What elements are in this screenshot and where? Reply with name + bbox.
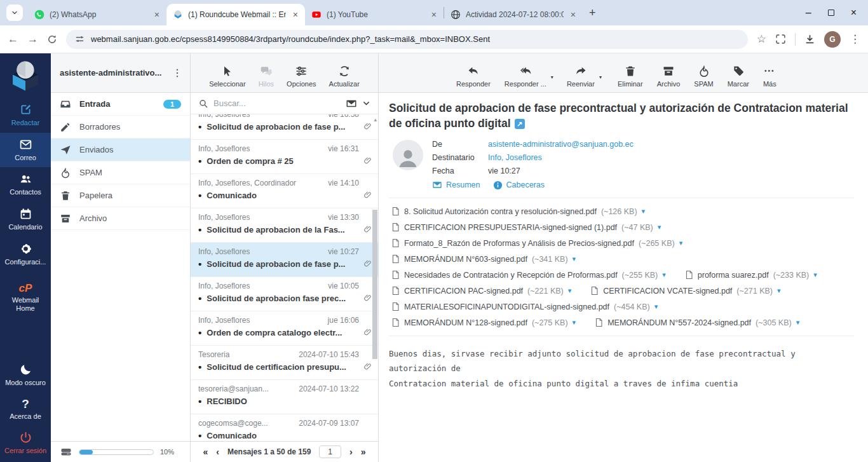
attachment-menu-caret-icon[interactable]: ▾ <box>796 318 800 327</box>
site-info-icon[interactable] <box>75 34 85 44</box>
download-icon[interactable] <box>804 34 815 44</box>
sidebar-item-correo[interactable]: Correo <box>0 133 51 168</box>
sidebar-item-webmail-home[interactable]: cP Webmail Home <box>0 278 51 318</box>
message-list-item[interactable]: Tesoreria2024-07-10 15:43 •Solicitud de … <box>191 346 378 380</box>
attachment-menu-caret-icon[interactable]: ▾ <box>642 207 646 215</box>
page-prev-button[interactable]: ‹ <box>216 447 219 457</box>
attachment-item[interactable]: MATERIALESOFICINAPUNTODIGITAL-signed-sig… <box>391 302 658 311</box>
message-list-item[interactable]: Info, Josefloresvie 16:31 •Orden de comp… <box>191 140 378 174</box>
summary-button[interactable]: Resumen <box>432 180 480 190</box>
folder-menu-icon[interactable]: ⋮ <box>170 67 185 79</box>
select-button[interactable]: Seleccionar <box>209 65 245 88</box>
headers-button[interactable]: Cabeceras <box>493 180 545 190</box>
folder-borradores[interactable]: Borradores <box>51 116 190 139</box>
message-list-item[interactable]: Info, Josefloresvie 16:58 •Solicitud de … <box>191 114 378 140</box>
tab-close-icon[interactable]: × <box>569 10 578 20</box>
folder-papelera[interactable]: Papelera <box>51 184 190 207</box>
attachment-menu-caret-icon[interactable]: ▾ <box>777 287 781 295</box>
attachment-item[interactable]: CERTIFICACION PRESUPUESTARIA-signed-sign… <box>391 222 661 232</box>
message-list-item[interactable]: tesoreria@sanjuan...2024-07-10 13:22 •RE… <box>191 380 378 414</box>
attachment-item[interactable]: proforma suarez.pdf (~233 KB) ▾ <box>685 270 817 280</box>
folder-spam[interactable]: SPAM <box>51 161 190 184</box>
delete-button[interactable]: Eliminar <box>618 65 643 88</box>
attachment-menu-caret-icon[interactable]: ▾ <box>813 271 817 279</box>
attachment-menu-caret-icon[interactable]: ▾ <box>662 271 666 279</box>
external-link-icon[interactable]: ↗ <box>515 119 525 129</box>
search-input[interactable] <box>214 99 341 108</box>
attachment-menu-caret-icon[interactable]: ▾ <box>658 223 661 231</box>
message-list-item[interactable]: Info, Joseflores, Coordinadorvie 14:10 •… <box>191 174 378 208</box>
folder-archivo[interactable]: Archivo <box>51 207 190 230</box>
reply-button[interactable]: Responder <box>456 65 491 88</box>
mark-button[interactable]: Marcar <box>728 65 749 88</box>
sidebar-item-configuracion[interactable]: Configuraci... <box>0 237 51 272</box>
attachment-item[interactable]: Formato_8_Razón de Proformas y Análisis … <box>391 238 682 248</box>
minimize-button[interactable]: – <box>806 7 811 18</box>
page-next-button[interactable]: › <box>349 447 353 457</box>
archive-button[interactable]: Archivo <box>657 65 681 88</box>
search-scope-mail-icon[interactable] <box>346 98 357 109</box>
page-last-button[interactable]: » <box>361 447 366 457</box>
profile-avatar[interactable]: G <box>824 31 841 48</box>
reload-button[interactable] <box>47 34 57 44</box>
tab-search-button[interactable] <box>6 4 23 21</box>
bookmark-star-icon[interactable]: ☆ <box>757 34 766 44</box>
sender-address-link[interactable]: asistente-administrativo@sanjuan.gob.ec <box>488 140 634 149</box>
page-number-input[interactable]: 1 <box>319 445 341 458</box>
scrollbar-up-icon[interactable]: ▴ <box>374 116 377 123</box>
reply-all-caret-icon[interactable]: ▾ <box>551 74 553 80</box>
browser-menu-icon[interactable]: ⋮ <box>850 34 860 44</box>
recipient-links[interactable]: Info, Joseflores <box>488 153 542 162</box>
attachment-item[interactable]: MEMORÁNDUM N°557-2024-signed.pdf (~305 K… <box>595 318 799 327</box>
attachment-menu-caret-icon[interactable]: ▾ <box>573 255 576 263</box>
options-button[interactable]: Opciones <box>287 65 316 88</box>
forward-caret-icon[interactable]: ▾ <box>599 74 602 80</box>
tab-whatsapp[interactable]: (2) WhatsApp × <box>28 4 166 25</box>
tab-roundcube[interactable]: (1) Roundcube Webmail :: Envia × <box>166 4 305 25</box>
back-button[interactable]: ← <box>8 34 18 44</box>
tab-youtube[interactable]: (1) YouTube × <box>305 4 444 25</box>
attachment-menu-caret-icon[interactable]: ▾ <box>568 287 572 295</box>
side-panel-icon[interactable] <box>775 34 786 44</box>
attachment-item[interactable]: 8. Solicitud Autorización contra y resol… <box>391 207 645 216</box>
attachment-item[interactable]: CERTIFICACION VCATE-signed.pdf (~271 KB)… <box>590 286 780 296</box>
attachment-menu-caret-icon[interactable]: ▾ <box>679 239 683 247</box>
maximize-button[interactable] <box>828 10 834 16</box>
reply-all-button[interactable]: Responder ... ▾ <box>505 65 546 88</box>
attachment-item[interactable]: MEMORÁNDUM N°128-signed.pdf (~275 KB) ▾ <box>391 318 576 327</box>
sidebar-item-cerrar-sesion[interactable]: Cerrar sesión <box>0 426 51 461</box>
refresh-button[interactable]: Actualizar <box>329 65 360 88</box>
message-list-item-selected[interactable]: Info, Josefloresvie 10:27 •Solicitud de … <box>191 243 378 277</box>
more-button[interactable]: ••• Más <box>763 65 776 88</box>
attachment-item[interactable]: Necesidades de Contratación y Recepción … <box>391 270 666 280</box>
sidebar-item-acerca-de[interactable]: ? Acerca de <box>0 393 51 426</box>
attachment-menu-caret-icon[interactable]: ▾ <box>654 302 658 311</box>
sidebar-item-redactar[interactable]: Redactar <box>0 98 51 133</box>
attachment-menu-caret-icon[interactable]: ▾ <box>573 318 576 327</box>
close-button[interactable]: × <box>851 7 857 18</box>
attachment-item[interactable]: MEMORÁNDUM N°603-signed.pdf (~341 KB) ▾ <box>391 254 576 264</box>
tab-close-icon[interactable]: × <box>291 10 300 20</box>
message-list-item[interactable]: cogecomsa@coge...2024-07-09 13:07 •Comun… <box>191 414 378 441</box>
sidebar-item-modo-oscuro[interactable]: Modo oscuro <box>0 358 51 393</box>
tab-close-icon[interactable]: × <box>430 10 438 20</box>
message-list-item[interactable]: Info, Josefloresjue 16:06 •Orden de comp… <box>191 311 378 346</box>
folder-enviados[interactable]: Enviados <box>51 139 190 161</box>
search-options-chevron-icon[interactable] <box>362 99 370 107</box>
tab-close-icon[interactable]: × <box>153 10 161 20</box>
sidebar-item-contactos[interactable]: Contactos <box>0 167 51 202</box>
list-scrollbar[interactable] <box>372 210 377 359</box>
attachment-item[interactable]: CERTIFICACION PAC-signed.pdf (~221 KB) ▾ <box>391 286 571 296</box>
spam-button[interactable]: SPAM <box>694 65 713 88</box>
tab-actividad[interactable]: Actividad 2024-07-12 08:00:00 × <box>444 4 583 25</box>
sidebar-item-calendario[interactable]: Calendario <box>0 202 51 237</box>
forward-button[interactable]: → <box>27 34 38 44</box>
forward-button[interactable]: Reenviar ▾ <box>567 65 595 88</box>
message-list-item[interactable]: Info, Josefloresvie 10:05 •Solicitud de … <box>191 277 378 311</box>
page-first-button[interactable]: « <box>203 447 208 457</box>
message-list-item[interactable]: Info, Josefloresvie 13:30 •Solicitud de … <box>191 208 378 243</box>
threads-button[interactable]: Hilos <box>259 65 274 88</box>
address-bar[interactable]: webmail.sanjuan.gob.ec/cpsess8149950884/… <box>66 30 748 49</box>
new-tab-button[interactable]: + <box>589 6 596 20</box>
folder-entrada[interactable]: Entrada 1 <box>51 93 190 116</box>
